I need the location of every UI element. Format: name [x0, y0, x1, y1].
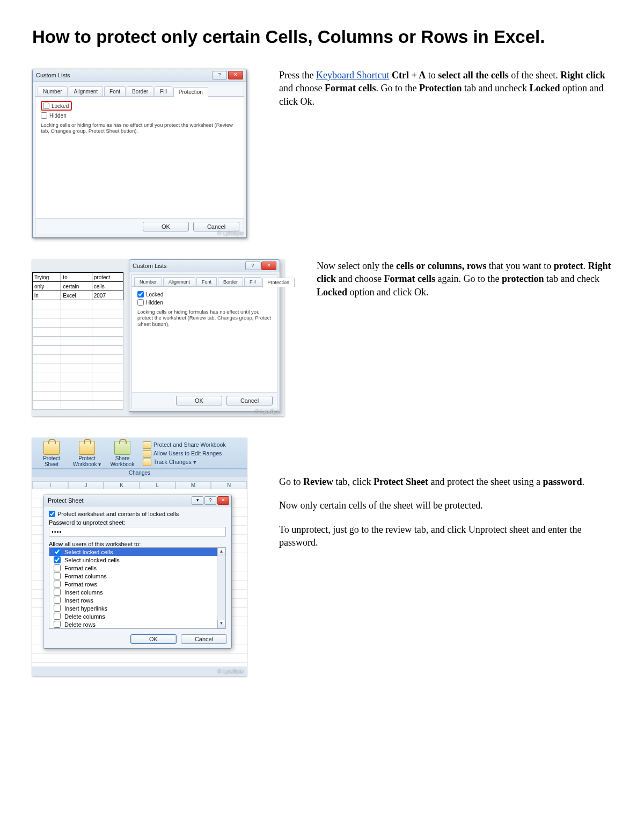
col-header[interactable]: L [140, 481, 175, 489]
tab-protection[interactable]: Protection [173, 87, 208, 97]
perm-item: Select unlocked cells [49, 556, 225, 564]
close-button[interactable]: ✕ [228, 71, 243, 79]
protection-info-text: Locking cells or hiding formulas has no … [41, 122, 238, 134]
perm-item: Insert columns [49, 588, 225, 596]
ok-button[interactable]: OK [143, 222, 189, 231]
dialog-title: Custom Lists [36, 72, 212, 78]
hidden-checkbox[interactable] [137, 299, 144, 306]
table-row [33, 401, 123, 410]
table-row [33, 355, 123, 364]
step3-text: Go to Review tab, click Protect Sheet an… [279, 438, 612, 560]
step1-text: Press the Keyboard Shortcut Ctrl + A to … [279, 69, 612, 119]
tab-font[interactable]: Font [104, 86, 126, 96]
help-button[interactable]: ? [245, 262, 260, 270]
lock-icon [43, 441, 60, 455]
column-headers: I J K L M N [32, 481, 247, 489]
col-header[interactable]: K [104, 481, 140, 489]
table-row [33, 391, 123, 401]
figure-protect-sheet: Protect Sheet Protect Workbook ▾ Share W… [32, 438, 247, 676]
keyboard-shortcut-link[interactable]: Keyboard Shortcut [316, 70, 389, 81]
table-row [33, 337, 123, 346]
cancel-button[interactable]: Cancel [181, 634, 227, 644]
perm-item: Insert hyperlinks [49, 604, 225, 612]
col-header[interactable]: M [175, 481, 211, 489]
close-button[interactable]: ✕ [261, 262, 276, 270]
perm-item: Delete columns [49, 612, 225, 620]
perm-item: Select locked cells [49, 548, 225, 556]
protection-info-text: Locking cells or hiding formulas has no … [137, 309, 272, 327]
locked-checkbox[interactable] [137, 291, 144, 298]
spreadsheet-selection: Tryingtoprotect onlycertaincells inExcel… [32, 272, 123, 410]
protect-contents-label: Protect worksheet and contents of locked… [57, 511, 179, 517]
table-row [33, 300, 123, 309]
table-row [33, 346, 123, 355]
tab-border[interactable]: Border [218, 277, 243, 286]
password-input[interactable] [49, 527, 226, 536]
watermark: © LyteByte [217, 230, 244, 236]
protect-sheet-ribbon-button[interactable]: Protect Sheet [36, 441, 67, 467]
tab-number[interactable]: Number [38, 86, 68, 96]
allow-label: Allow all users of this worksheet to: [49, 541, 226, 547]
locked-checkbox[interactable] [43, 103, 49, 109]
protect-workbook-ribbon-button[interactable]: Protect Workbook ▾ [72, 441, 102, 467]
page-title: How to protect only certain Cells, Colum… [32, 27, 612, 47]
perm-item: Format rows [49, 580, 225, 588]
track-changes-button[interactable]: Track Changes ▾ [143, 458, 226, 467]
hidden-label: Hidden [49, 113, 67, 119]
perm-item: Format columns [49, 572, 225, 580]
locked-label: Locked [52, 103, 69, 109]
tab-alignment[interactable]: Alignment [163, 277, 195, 286]
tab-alignment[interactable]: Alignment [69, 86, 103, 96]
protect-sheet-dialog: Protect Sheet ▾ ? ✕ Protect worksheet an… [43, 495, 232, 649]
col-header[interactable]: N [211, 481, 247, 489]
table-row: inExcel2007 [33, 291, 123, 300]
hidden-checkbox[interactable] [41, 112, 47, 119]
figure-format-cells-locked: Tryingtoprotect onlycertaincells inExcel… [32, 259, 284, 416]
col-header[interactable]: J [68, 481, 104, 489]
table-row [33, 382, 123, 391]
watermark: © LyteByte [255, 409, 281, 415]
table-row: Tryingtoprotect [33, 273, 123, 282]
protect-and-share-button[interactable]: Protect and Share Workbook [143, 441, 226, 449]
tab-border[interactable]: Border [127, 86, 153, 96]
perm-item: Insert rows [49, 596, 225, 604]
dialog-title: Custom Lists [133, 263, 245, 269]
protect-contents-checkbox[interactable] [49, 511, 55, 517]
ok-button[interactable]: OK [130, 634, 177, 644]
step2-text: Now select only the cells or columns, ro… [317, 259, 612, 309]
col-header[interactable]: I [32, 481, 68, 489]
close-button[interactable]: ✕ [217, 496, 229, 505]
scroll-up-icon[interactable]: ▲ [217, 548, 225, 556]
table-row [33, 364, 123, 373]
scroll-down-icon[interactable]: ▼ [217, 620, 225, 628]
tab-protection[interactable]: Protection [262, 278, 295, 287]
table-row [33, 373, 123, 382]
lock-icon [79, 441, 95, 455]
tab-font[interactable]: Font [196, 277, 217, 286]
perm-item: Delete rows [49, 620, 225, 628]
tab-fill[interactable]: Fill [244, 277, 261, 286]
help-button[interactable]: ? [204, 496, 216, 505]
permissions-list[interactable]: Select locked cells Select unlocked cell… [49, 547, 226, 629]
table-row [33, 309, 123, 318]
hidden-label: Hidden [146, 300, 163, 306]
share-icon [114, 441, 130, 455]
ribbon-changes-group: Protect Sheet Protect Workbook ▾ Share W… [32, 438, 247, 469]
dialog-title: Protect Sheet [46, 497, 191, 504]
password-label: Password to unprotect sheet: [49, 519, 226, 526]
table-row: onlycertaincells [33, 282, 123, 291]
help-button[interactable]: ? [212, 71, 227, 79]
qat-icon[interactable]: ▾ [192, 496, 203, 505]
ribbon-group-label: Changes [32, 469, 247, 477]
allow-users-button[interactable]: Allow Users to Edit Ranges [143, 449, 226, 458]
figure-format-cells-unlocked: Custom Lists ? ✕ Number Alignment Font B… [32, 69, 247, 238]
locked-highlight: Locked [41, 101, 72, 111]
ok-button[interactable]: OK [176, 396, 222, 405]
locked-label: Locked [146, 292, 163, 298]
scrollbar[interactable]: ▲ ▼ [217, 548, 225, 628]
cancel-button[interactable]: Cancel [226, 396, 273, 405]
tab-fill[interactable]: Fill [155, 86, 172, 96]
tab-number[interactable]: Number [134, 277, 162, 286]
share-workbook-ribbon-button[interactable]: Share Workbook [107, 441, 137, 467]
watermark: © LyteByte [217, 669, 244, 675]
